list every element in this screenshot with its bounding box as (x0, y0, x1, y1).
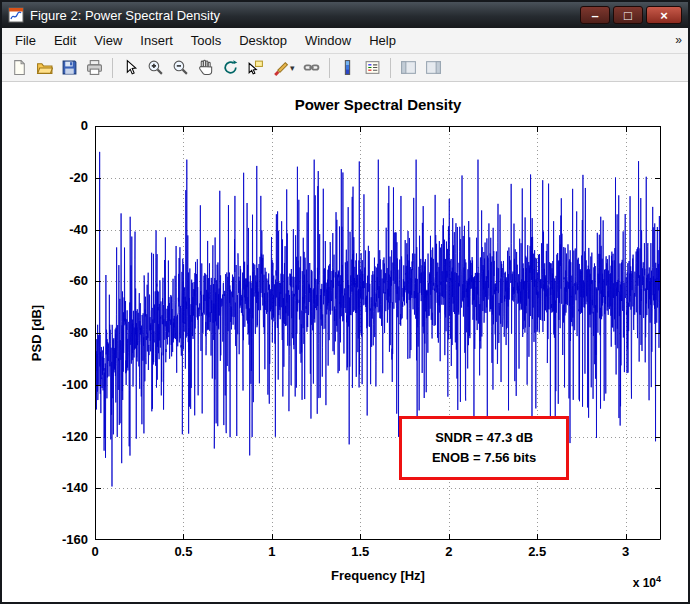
y-tick-label: -60 (38, 273, 88, 288)
matlab-figure-icon (8, 7, 24, 23)
menu-tools[interactable]: Tools (182, 29, 230, 52)
toolbar-separator (390, 58, 391, 78)
toolbar-button-print-figure[interactable] (83, 56, 106, 80)
toolbar-button-insert-legend[interactable] (361, 56, 384, 80)
toolbar-button-data-cursor[interactable] (244, 56, 267, 80)
menu-overflow-icon[interactable]: » (675, 33, 682, 47)
brush-icon (272, 59, 289, 76)
window-controls: –□× (580, 6, 684, 24)
menu-bar: FileEditViewInsertToolsDesktopWindowHelp… (2, 28, 688, 54)
toolbar-button-edit-plot[interactable] (119, 56, 142, 80)
toolbar-button-hide-plot-tools[interactable] (397, 56, 420, 80)
toolbar-button-zoom-in[interactable] (144, 56, 167, 80)
zoom-in-icon (147, 59, 164, 76)
maximize-button[interactable]: □ (613, 6, 643, 24)
dropdown-arrow-icon[interactable]: ▾ (290, 63, 295, 73)
figure-window: Figure 2: Power Spectral Density –□× Fil… (0, 0, 690, 604)
toolbar-button-link-plot[interactable] (300, 56, 323, 80)
save-figure-icon (61, 59, 78, 76)
rotate-3d-icon (222, 59, 239, 76)
toolbar-separator (329, 58, 330, 78)
toolbar-button-zoom-out[interactable] (169, 56, 192, 80)
menu-edit[interactable]: Edit (45, 29, 85, 52)
y-tick-label: -80 (38, 325, 88, 340)
insert-legend-icon (364, 59, 381, 76)
menu-insert[interactable]: Insert (131, 29, 182, 52)
toolbar-separator (112, 58, 113, 78)
y-tick-label: -40 (38, 222, 88, 237)
insert-colorbar-icon (339, 59, 356, 76)
toolbar-button-show-plot-tools[interactable] (422, 56, 445, 80)
print-figure-icon (86, 59, 103, 76)
window-title: Figure 2: Power Spectral Density (30, 8, 574, 23)
annotation-line-sndr: SNDR = 47.3 dB (402, 428, 566, 448)
toolbar-button-pan[interactable] (194, 56, 217, 80)
menu-window[interactable]: Window (296, 29, 360, 52)
annotation-line-enob: ENOB = 7.56 bits (402, 448, 566, 468)
toolbar-button-new-figure[interactable] (8, 56, 31, 80)
toolbar-button-brush[interactable]: ▾ (269, 56, 298, 80)
menu-view[interactable]: View (85, 29, 131, 52)
edit-plot-icon (122, 59, 139, 76)
toolbar: ▾ (2, 54, 688, 82)
open-file-icon (36, 59, 53, 76)
show-plot-tools-icon (425, 59, 442, 76)
x-tick-label: 0.5 (153, 544, 213, 559)
y-tick-label: -100 (38, 377, 88, 392)
zoom-out-icon (172, 59, 189, 76)
menu-desktop[interactable]: Desktop (230, 29, 296, 52)
x-axis-multiplier: x 104 (571, 574, 661, 590)
title-bar[interactable]: Figure 2: Power Spectral Density –□× (2, 2, 688, 28)
toolbar-button-rotate-3d[interactable] (219, 56, 242, 80)
chart-title: Power Spectral Density (95, 96, 661, 113)
toolbar-button-insert-colorbar[interactable] (336, 56, 359, 80)
figure-canvas-area: Power Spectral Density PSD [dB] Frequenc… (2, 82, 688, 600)
close-button[interactable]: × (646, 6, 682, 24)
menu-file[interactable]: File (6, 29, 45, 52)
hide-plot-tools-icon (400, 59, 417, 76)
y-tick-label: -140 (38, 480, 88, 495)
y-tick-label: 0 (38, 118, 88, 133)
psd-plot[interactable] (95, 126, 661, 540)
minimize-button[interactable]: – (580, 6, 610, 24)
x-tick-label: 2.5 (507, 544, 567, 559)
toolbar-button-save-figure[interactable] (58, 56, 81, 80)
new-figure-icon (11, 59, 28, 76)
annotation-box[interactable]: SNDR = 47.3 dB ENOB = 7.56 bits (399, 416, 569, 481)
x-tick-label: 1 (242, 544, 302, 559)
link-plot-icon (303, 59, 320, 76)
toolbar-button-open-file[interactable] (33, 56, 56, 80)
y-tick-label: -20 (38, 170, 88, 185)
y-tick-label: -120 (38, 429, 88, 444)
x-tick-label: 1.5 (330, 544, 390, 559)
menu-help[interactable]: Help (360, 29, 405, 52)
pan-icon (197, 59, 214, 76)
x-tick-label: 3 (596, 544, 656, 559)
data-cursor-icon (247, 59, 264, 76)
x-tick-label: 2 (419, 544, 479, 559)
x-tick-label: 0 (65, 544, 125, 559)
